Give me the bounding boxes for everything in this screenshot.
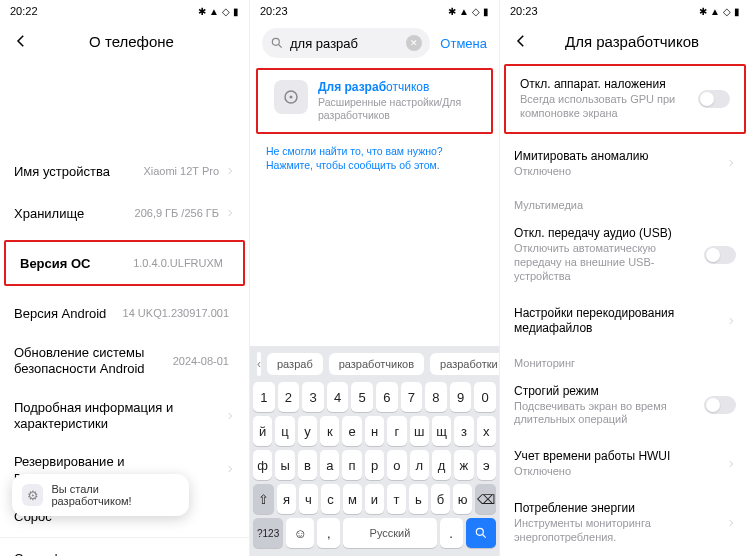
key[interactable]: 1 (253, 382, 275, 412)
wifi-icon: ◇ (723, 6, 731, 17)
row-simulate-anomaly[interactable]: Имитировать аномалию Отключено (500, 138, 750, 190)
backspace-key[interactable]: ⌫ (475, 484, 496, 514)
row-hw-overlay[interactable]: Откл. аппарат. наложения Всегда использо… (506, 66, 744, 132)
row-certification[interactable]: Сертификация (0, 537, 249, 556)
key[interactable]: ц (275, 416, 294, 446)
key[interactable]: 5 (351, 382, 373, 412)
row-os-version[interactable]: Версия ОС 1.0.4.0.ULFRUXM (6, 242, 243, 284)
row-value: Xiaomi 12T Pro (143, 165, 219, 177)
key[interactable]: с (321, 484, 340, 514)
key[interactable]: щ (432, 416, 451, 446)
signal-icon: ▲ (209, 6, 219, 17)
key[interactable]: 6 (376, 382, 398, 412)
key[interactable]: ш (410, 416, 429, 446)
key[interactable]: т (387, 484, 406, 514)
space-key[interactable]: Русский (343, 518, 436, 548)
key[interactable]: 3 (302, 382, 324, 412)
symbols-key[interactable]: ?123 (253, 518, 283, 548)
suggestion-prev-button[interactable]: ‹ (257, 352, 261, 376)
row-security-update[interactable]: Обновление системы безопасности Android … (0, 334, 249, 389)
key[interactable]: 0 (474, 382, 496, 412)
period-key[interactable]: . (440, 518, 463, 548)
comma-key[interactable]: , (317, 518, 340, 548)
row-power[interactable]: Потребление энергии Инструменты монитори… (500, 490, 750, 556)
key[interactable]: м (343, 484, 362, 514)
key[interactable]: ь (409, 484, 428, 514)
key[interactable]: э (477, 450, 496, 480)
key[interactable]: ю (453, 484, 472, 514)
screen-search: 20:23 ✱ ▲ ◇ ▮ для разраб ✕ Отмена (250, 0, 500, 556)
key[interactable]: 9 (450, 382, 472, 412)
key[interactable]: ч (299, 484, 318, 514)
key-row-2: й ц у к е н г ш щ з х (253, 416, 496, 446)
key[interactable]: 2 (278, 382, 300, 412)
key[interactable]: у (298, 416, 317, 446)
chevron-right-icon (225, 550, 235, 557)
chevron-right-icon (726, 312, 736, 330)
search-header: для разраб ✕ Отмена (250, 22, 499, 68)
key[interactable]: ж (454, 450, 473, 480)
key[interactable]: б (431, 484, 450, 514)
row-value: 2024-08-01 (173, 355, 229, 367)
cancel-button[interactable]: Отмена (440, 36, 487, 51)
status-bar: 20:23 ✱ ▲ ◇ ▮ (500, 0, 750, 22)
row-strict-mode[interactable]: Строгий режим Подсвечивать экран во врем… (500, 373, 750, 439)
row-device-name[interactable]: Имя устройства Xiaomi 12T Pro (0, 150, 249, 192)
key[interactable]: п (342, 450, 361, 480)
toggle-switch[interactable] (704, 396, 736, 414)
keyboard: ‹ разраб разработчиков разработки › 1 2 … (250, 346, 499, 556)
key[interactable]: д (432, 450, 451, 480)
key[interactable]: ф (253, 450, 272, 480)
key[interactable]: ы (275, 450, 294, 480)
row-sub: Подсвечивать экран во время длительных о… (514, 400, 704, 428)
key[interactable]: г (387, 416, 406, 446)
row-transcode[interactable]: Настройки перекодирования медиафайлов (500, 295, 750, 347)
shift-key[interactable]: ⇧ (253, 484, 274, 514)
header: О телефоне (0, 22, 249, 60)
status-icons: ✱ ▲ ◇ ▮ (699, 6, 740, 17)
key[interactable]: е (342, 416, 361, 446)
key[interactable]: к (320, 416, 339, 446)
status-time: 20:22 (10, 5, 38, 17)
toggle-switch[interactable] (704, 246, 736, 264)
row-value: Отключено (514, 165, 726, 179)
key[interactable]: 4 (327, 382, 349, 412)
key[interactable]: о (387, 450, 406, 480)
back-button[interactable] (12, 32, 30, 50)
search-input[interactable]: для разраб ✕ (262, 28, 430, 58)
search-key[interactable] (466, 518, 496, 548)
clear-search-button[interactable]: ✕ (406, 35, 422, 51)
row-storage[interactable]: Хранилище 206,9 ГБ /256 ГБ (0, 192, 249, 234)
key[interactable]: з (454, 416, 473, 446)
search-result-developer[interactable]: Для разработчиков Расширенные настройки/… (264, 70, 485, 132)
key[interactable]: 7 (401, 382, 423, 412)
search-feedback-link[interactable]: Не смогли найти то, что вам нужно? Нажми… (250, 134, 499, 182)
key[interactable]: а (320, 450, 339, 480)
key[interactable]: в (298, 450, 317, 480)
emoji-key[interactable]: ☺ (286, 518, 314, 548)
key[interactable]: р (365, 450, 384, 480)
svg-point-3 (476, 528, 483, 535)
row-android-version[interactable]: Версия Android 14 UKQ1.230917.001 (0, 292, 249, 334)
key[interactable]: я (277, 484, 296, 514)
chevron-right-icon (726, 455, 736, 473)
row-detailed-info[interactable]: Подробная информация и характеристики (0, 389, 249, 444)
key[interactable]: х (477, 416, 496, 446)
row-label: Подробная информация и характеристики (14, 400, 225, 433)
result-path: Расширенные настройки/Для разработчиков (318, 96, 475, 122)
key[interactable]: л (410, 450, 429, 480)
row-usb-audio[interactable]: Откл. передачу аудио (USB) Отключить авт… (500, 215, 750, 294)
signal-icon: ▲ (459, 6, 469, 17)
key[interactable]: н (365, 416, 384, 446)
row-label: Хранилище (14, 206, 135, 221)
key[interactable]: и (365, 484, 384, 514)
battery-icon: ▮ (734, 6, 740, 17)
back-button[interactable] (512, 32, 530, 50)
key[interactable]: й (253, 416, 272, 446)
suggestion-chip[interactable]: разработчиков (329, 353, 424, 375)
suggestion-chip[interactable]: разраб (267, 353, 323, 375)
toggle-switch[interactable] (698, 90, 730, 108)
row-hwui[interactable]: Учет времени работы HWUI Отключено (500, 438, 750, 490)
key[interactable]: 8 (425, 382, 447, 412)
suggestion-chip[interactable]: разработки (430, 353, 500, 375)
